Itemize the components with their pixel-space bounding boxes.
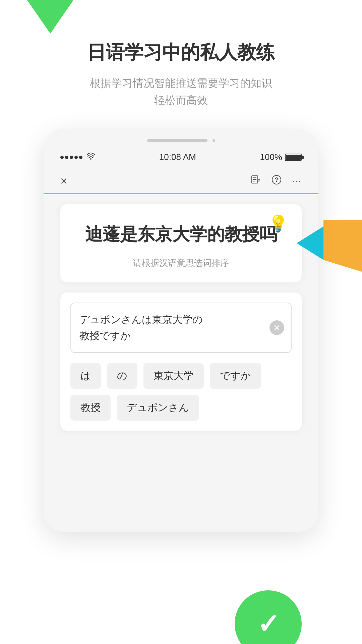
- word-chip[interactable]: 教授: [70, 395, 111, 421]
- svg-marker-1: [323, 220, 362, 273]
- signal-dots: [60, 156, 82, 159]
- word-chip[interactable]: デュポンさん: [117, 395, 199, 421]
- main-title: 日语学习中的私人教练: [0, 40, 362, 65]
- question-text: 迪蓬是东京大学的教授吗: [77, 221, 285, 247]
- navbar-icons: ? ···: [250, 174, 302, 188]
- svg-point-2: [90, 158, 92, 160]
- status-bar: 10:08 AM 100%: [44, 149, 318, 166]
- help-icon[interactable]: ?: [271, 174, 282, 188]
- status-left: [60, 153, 95, 162]
- svg-marker-0: [297, 226, 323, 260]
- svg-text:?: ?: [275, 176, 278, 183]
- signal-dot-3: [70, 156, 73, 159]
- word-chip[interactable]: の: [107, 363, 137, 389]
- green-check-button[interactable]: [235, 590, 302, 644]
- word-chip[interactable]: ですか: [210, 363, 261, 389]
- signal-dot-2: [65, 156, 68, 159]
- lightbulb-icon: 💡: [268, 214, 288, 233]
- phone-mockup: 10:08 AM 100% × ?: [44, 129, 318, 532]
- battery-fill: [286, 155, 301, 160]
- indicator-dot: [213, 139, 215, 142]
- app-navbar: × ? ···: [44, 169, 318, 194]
- edit-icon[interactable]: [250, 174, 261, 188]
- phone-indicator: [44, 139, 318, 142]
- subtitle-line2: 轻松而高效: [154, 94, 208, 106]
- answer-input-text: デュポンさんは東京大学の 教授ですか: [79, 312, 283, 344]
- signal-dot-1: [60, 156, 64, 159]
- word-chip[interactable]: 東京大学: [143, 363, 204, 389]
- subtitle-line1: 根据学习情况智能推送需要学习的知识: [90, 77, 272, 89]
- status-time: 10:08 AM: [159, 152, 196, 162]
- deco-triangles-right: [293, 200, 362, 275]
- question-card: 💡 迪蓬是东京大学的教授吗 请根据汉语意思选词排序: [60, 204, 302, 282]
- signal-dot-4: [74, 156, 78, 159]
- more-icon[interactable]: ···: [292, 176, 302, 186]
- answer-line2: 教授ですか: [79, 330, 131, 341]
- close-button[interactable]: ×: [60, 174, 67, 188]
- status-right: 100%: [260, 152, 302, 162]
- answer-input-area[interactable]: デュポンさんは東京大学の 教授ですか: [70, 303, 292, 353]
- indicator-bar: [147, 139, 207, 142]
- battery-icon: [285, 154, 302, 161]
- word-chips-container: はの東京大学ですか教授デュポンさん: [70, 363, 292, 421]
- header-section: 日语学习中的私人教练 根据学习情况智能推送需要学习的知识 轻松而高效: [0, 0, 362, 122]
- wifi-icon: [86, 153, 95, 162]
- battery-percent: 100%: [260, 152, 282, 162]
- subtitle: 根据学习情况智能推送需要学习的知识 轻松而高效: [0, 75, 362, 109]
- answer-card: デュポンさんは東京大学の 教授ですか はの東京大学ですか教授デュポンさん: [60, 292, 302, 431]
- answer-line1: デュポンさんは東京大学の: [79, 314, 203, 325]
- clear-button[interactable]: [269, 320, 284, 335]
- question-hint: 请根据汉语意思选词排序: [77, 257, 285, 269]
- signal-dot-5: [79, 156, 82, 159]
- word-chip[interactable]: は: [70, 363, 101, 389]
